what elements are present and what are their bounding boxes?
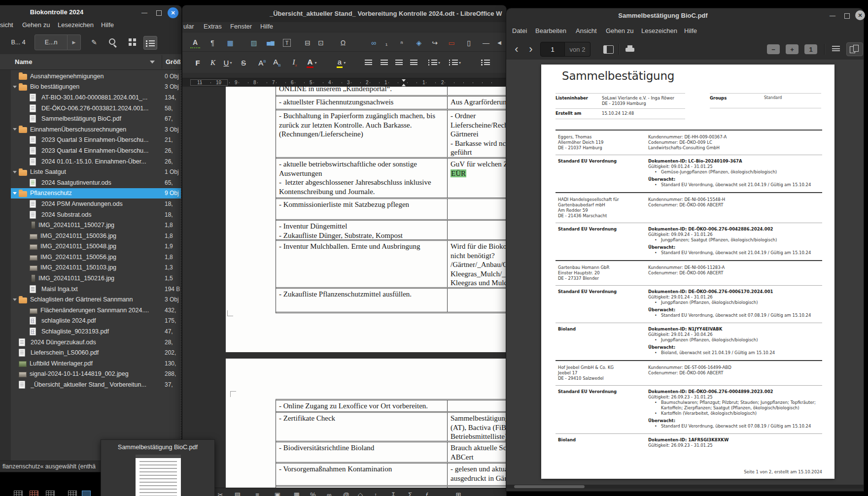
dual-page-button[interactable] <box>846 42 863 56</box>
column-name[interactable]: Name <box>15 58 32 66</box>
doc-cell-left[interactable]: - aktuelle betriebswirtschaftliche oder … <box>276 159 447 198</box>
zoom-original-button[interactable]: 1 <box>804 44 817 54</box>
doc-cell-right[interactable]: GuV für welchen Zeitraum? EÜR <box>448 159 506 198</box>
search-button[interactable] <box>106 36 119 49</box>
task-grid-active-icon[interactable] <box>82 491 91 496</box>
document-area[interactable]: ONLINE in unserem „Kundenportal“.- aktue… <box>182 87 506 488</box>
grid-view-button[interactable] <box>126 36 139 49</box>
expander-icon[interactable] <box>11 171 19 173</box>
file-row[interactable]: 2024 Düngerzukauf.ods 28, <box>0 337 181 348</box>
menu-item-gehen-zu[interactable]: Gehen zu <box>22 21 50 29</box>
italic-button[interactable]: K <box>207 56 219 69</box>
menu-item-datei[interactable]: Datei <box>512 27 527 34</box>
expander-icon[interactable] <box>11 86 19 88</box>
path-button-root[interactable]: B... 4 <box>5 34 32 50</box>
file-row[interactable]: signal-2024-10-11-144819_002.jpeg 288, <box>0 369 181 380</box>
doc-cell-left[interactable]: - Buchhaltung in Papierform zugänglich m… <box>276 110 447 157</box>
doc-cell-right[interactable]: - Ordner Lieferscheine/Rechnungen in Gär… <box>448 110 506 157</box>
menu-item-ansicht[interactable]: Ansicht <box>576 27 597 34</box>
document-page-2[interactable]: - Online Zugang zu Lexoffice vor Ort vor… <box>226 359 506 488</box>
previous-page-icon[interactable]: ‹ <box>510 42 523 57</box>
menu-item-lesezeichen[interactable]: Lesezeichen <box>641 27 677 34</box>
expander-icon[interactable] <box>11 192 19 195</box>
doc-cell-left[interactable]: - Biodiversitätsrichtline Bioland <box>276 442 447 462</box>
cross-reference-button[interactable]: ↪ <box>428 36 441 49</box>
list-column-header[interactable]: Name Größe <box>0 54 181 70</box>
menu-item-hilfe[interactable]: Hilfe <box>260 23 273 30</box>
doc-table-row[interactable]: - Inventur Mulchballen. Ernte und Ausbri… <box>276 241 506 289</box>
doc-cell-right[interactable]: Brauch aktuelle Schlagliste von ABCert <box>448 442 506 462</box>
doc-cell-right[interactable]: Wird für die Biokontrolle gar nicht benö… <box>448 241 506 287</box>
doc-table-row[interactable]: - Online Zugang zu Lexoffice vor Ort vor… <box>276 400 506 413</box>
file-row[interactable]: Bio bestätigungen 3 Obj <box>0 82 181 93</box>
file-row[interactable]: 2024 Substrat.ods 18, <box>0 209 181 220</box>
file-row[interactable]: IMG_20241011_150048.jpg 1,9 <box>0 241 181 252</box>
task-grid-icon[interactable] <box>46 491 55 496</box>
doc-cell-left[interactable]: - Inventur Düngemittel - Zukaufliste Dün… <box>276 221 447 239</box>
file-row[interactable]: Ausnahmegenehmigungen 0 Obj <box>0 71 181 82</box>
highlight-color-button[interactable]: a▾ <box>335 56 347 69</box>
justify-button[interactable] <box>407 56 420 69</box>
doc-cell-left[interactable]: - Vorsorgemaßnahmen Kontamination <box>276 463 447 485</box>
spellcheck-button[interactable]: A <box>189 36 202 49</box>
insert-chart-button[interactable]: ▅▆ <box>264 36 277 49</box>
file-row[interactable]: EinnahmenÜberschussrechnungen 3 Obj <box>0 124 181 135</box>
pdf-titlebar[interactable]: Sammelbestätigung BioC.pdf — ✕ <box>506 8 864 23</box>
doc-table-row[interactable]: - Zukaufliste Pflanzenschutzmittel ausfü… <box>276 289 506 313</box>
file-row[interactable]: 2024 PSM Anwendungen.ods 18, <box>0 198 181 209</box>
doc-cell-left[interactable]: - Kommissionierliste mit Satzbezug pfleg… <box>276 199 447 219</box>
menu-item-hilfe[interactable]: Hilfe <box>684 27 697 34</box>
path-button-current[interactable]: E...n <box>35 34 68 50</box>
sidebar-toggle-button[interactable] <box>602 43 615 56</box>
file-row[interactable]: _Übersicht_aktueller Stand_ Vorbereitun.… <box>0 379 181 390</box>
file-row[interactable]: IMG_20241011_150056.jpg 1,8 <box>0 252 181 263</box>
file-row[interactable]: IMG_20241011_150036.jpg 1,8 <box>0 231 181 241</box>
doc-cell-left[interactable]: ONLINE in unserem „Kundenportal“. <box>276 87 447 95</box>
horizontal-ruler[interactable]: 111098765432112 <box>182 78 506 87</box>
align-left-button[interactable] <box>362 56 375 69</box>
doc-cell-right[interactable] <box>448 289 506 312</box>
doc-table-row[interactable]: - aktuellster FlächennutzungsnachweisAus… <box>276 97 506 110</box>
close-button[interactable]: ✕ <box>168 7 178 18</box>
navigate-back-button[interactable]: ◀ <box>493 36 506 49</box>
page-break-button[interactable]: ⊟ <box>301 36 314 49</box>
task-grid-icon[interactable] <box>68 491 77 496</box>
menu-item-hilfe[interactable]: Hilfe <box>101 21 114 29</box>
insert-table-button[interactable]: ▦ <box>224 36 237 49</box>
doc-table-row[interactable]: - aktuelle betriebswirtschaftliche oder … <box>276 159 506 199</box>
doc-cell-right[interactable]: Aus Agrarförderung <box>448 97 506 109</box>
next-page-icon[interactable]: › <box>524 42 537 57</box>
column-divider[interactable] <box>162 55 162 68</box>
insert-hyperlink-button[interactable]: ∞ <box>367 36 380 49</box>
doc-cell-right[interactable] <box>448 199 506 219</box>
file-row[interactable]: Luftbild Winterlager.pdf 130, <box>0 358 181 369</box>
bullet-list-button[interactable]: ▾ <box>428 56 441 69</box>
clear-formatting-button[interactable]: I <box>288 56 301 69</box>
doc-table-row[interactable]: - Zertifikate CheckSammelbestätigung, Re… <box>276 413 506 442</box>
zoom-out-button[interactable]: − <box>767 44 780 54</box>
doc-cell-right[interactable] <box>448 221 506 239</box>
maximize-button[interactable] <box>153 7 164 18</box>
file-row[interactable]: AT-BIO-301.040-0000881.2024.001_... 134, <box>0 92 181 103</box>
doc-cell-right[interactable] <box>448 87 506 95</box>
align-center-button[interactable] <box>378 56 390 69</box>
horizontal-line-button[interactable]: — <box>480 36 492 49</box>
doc-table-row[interactable]: - Kommissionierliste mit Satzbezug pfleg… <box>276 199 506 221</box>
font-color-button[interactable]: A▾ <box>305 56 318 69</box>
path-expand-arrow[interactable]: ▶ <box>68 34 81 50</box>
insert-field-button[interactable]: ⊡ <box>314 36 327 49</box>
column-size[interactable]: Größe <box>166 58 180 66</box>
menu-item-ular[interactable]: ular <box>183 23 194 30</box>
doc-cell-right[interactable]: Sammelbestätigung, Reinsaat (AT), Bactiv… <box>448 413 506 441</box>
menu-item-fenster[interactable]: Fenster <box>230 23 252 30</box>
file-row[interactable]: 2023 Quartal 3 Einnahmen-Überschu... 21, <box>0 135 181 146</box>
pdf-content-area[interactable]: Sammelbestätigung ListeninhaberSoLawi Vi… <box>506 60 864 485</box>
checklist-button[interactable] <box>479 56 492 69</box>
doc-cell-right[interactable] <box>448 400 506 411</box>
file-row[interactable]: Schlaglisten der Gärtnerei Sannmann 3 Ob… <box>0 294 181 305</box>
menu-item-sicht[interactable]: sicht <box>0 21 13 29</box>
file-row[interactable]: 2024 Saatgutinventur.ods 65, <box>0 177 181 188</box>
menu-item-gehen-zu[interactable]: Gehen zu <box>606 27 633 34</box>
file-row[interactable]: 2023 Quartal 4 Einnahmen-Überschu... 26, <box>0 145 181 156</box>
file-row[interactable]: IMG_20241011_150027.jpg 1,8 <box>0 220 181 231</box>
